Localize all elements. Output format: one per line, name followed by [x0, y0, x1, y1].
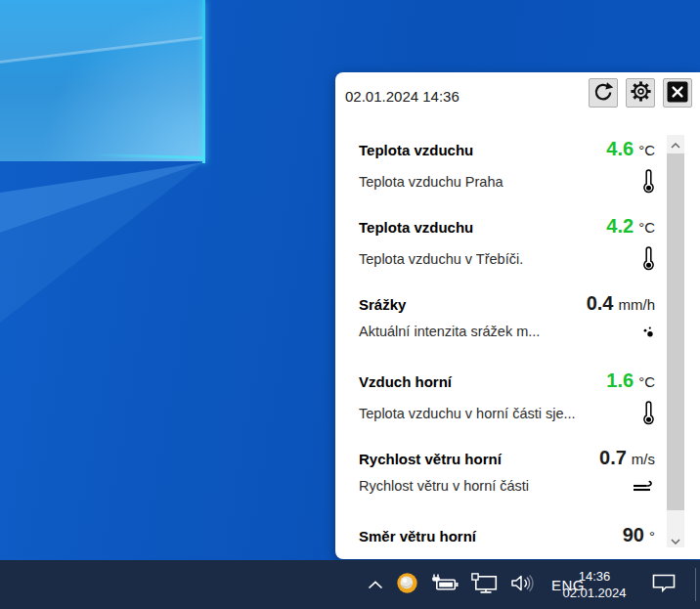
item-title: Rychlost větru horní	[359, 451, 502, 467]
item-title: Teplota vzduchu	[359, 219, 473, 236]
thermometer-icon	[630, 246, 655, 271]
chevron-down-icon	[671, 531, 680, 548]
scrollbar-thumb[interactable]	[667, 153, 684, 510]
raindrops-icon	[630, 326, 655, 338]
item-subtitle: Teplota vzduchu v horní části sje...	[359, 406, 576, 421]
item-value: 0.7m/s	[599, 447, 655, 469]
taskbar-time: 14:36	[551, 568, 637, 585]
wallpaper-cyan-edge-vertical	[202, 0, 205, 163]
tray-volume-button[interactable]	[508, 565, 537, 604]
list-item-air-temp-trebic[interactable]: Teplota vzduchu 4.2°C Teplota vzduchu v …	[335, 212, 700, 289]
item-title: Směr větru horní	[359, 528, 476, 544]
action-center-button[interactable]	[647, 560, 680, 609]
show-desktop-button[interactable]	[695, 568, 696, 601]
battery-charging-icon	[431, 574, 459, 596]
item-value: 0.4mm/h	[587, 292, 655, 315]
close-icon	[667, 81, 688, 106]
sensor-list: Teplota vzduchu 4.6°C Teplota vzduchu Pr…	[335, 135, 700, 547]
chevron-up-icon	[671, 135, 680, 152]
wind-icon	[630, 479, 655, 493]
item-title: Teplota vzduchu	[359, 142, 473, 158]
wallpaper-corner-glow	[0, 0, 203, 161]
chevron-up-icon	[368, 576, 383, 593]
weather-widget-panel: 02.01.2024 14:36	[335, 72, 700, 559]
widget-header: 02.01.2024 14:36	[335, 72, 700, 129]
close-button[interactable]	[663, 78, 692, 108]
app-ring-icon	[396, 572, 418, 598]
item-subtitle: Teplota vzduchu Praha	[359, 174, 503, 190]
refresh-icon	[592, 81, 614, 106]
widget-header-buttons	[589, 78, 692, 108]
list-item-air-temp-praha[interactable]: Teplota vzduchu 4.6°C Teplota vzduchu Pr…	[335, 135, 700, 212]
item-value: 90°	[623, 524, 655, 546]
item-value: 4.2°C	[606, 215, 655, 238]
item-subtitle: Aktuální intenzita srážek m...	[359, 324, 540, 339]
item-subtitle: Rychlost větru v horní části	[359, 478, 529, 494]
tray-expand-button[interactable]	[366, 565, 385, 604]
list-item-air-upper[interactable]: Vzduch horní 1.6°C Teplota vzduchu v hor…	[335, 367, 700, 444]
refresh-button[interactable]	[589, 78, 618, 108]
widget-datetime: 02.01.2024 14:36	[345, 88, 459, 105]
tray-app-button[interactable]	[394, 565, 420, 604]
screen: 02.01.2024 14:36	[0, 0, 700, 609]
scrollbar-up-button[interactable]	[667, 135, 684, 152]
taskbar: ENG 14:36 02.01.2024	[0, 560, 700, 609]
volume-icon	[510, 574, 535, 596]
list-item-precipitation[interactable]: Srážky 0.4mm/h Aktuální intenzita srážek…	[335, 289, 700, 367]
ethernet-icon	[471, 573, 498, 597]
settings-button[interactable]	[626, 78, 655, 108]
item-value: 1.6°C	[606, 370, 655, 392]
thermometer-icon	[630, 401, 655, 425]
scrollbar[interactable]	[667, 135, 684, 547]
item-title: Vzduch horní	[359, 373, 452, 390]
item-subtitle: Teplota vzduchu v Třebíči.	[359, 251, 523, 267]
tray-network-button[interactable]	[469, 565, 500, 604]
taskbar-clock[interactable]: 14:36 02.01.2024	[551, 568, 637, 601]
list-item-wind-speed-upper[interactable]: Rychlost větru horní 0.7m/s Rychlost vět…	[335, 444, 700, 521]
gear-icon	[631, 81, 651, 105]
tray-battery-button[interactable]	[429, 565, 460, 604]
taskbar-date: 02.01.2024	[551, 585, 637, 601]
thermometer-icon	[630, 169, 655, 194]
scrollbar-down-button[interactable]	[667, 531, 684, 547]
item-value: 4.6°C	[606, 138, 655, 160]
list-item-wind-direction-upper[interactable]: Směr větru horní 90°	[335, 521, 700, 547]
item-title: Srážky	[359, 296, 406, 313]
action-center-icon	[652, 574, 676, 596]
